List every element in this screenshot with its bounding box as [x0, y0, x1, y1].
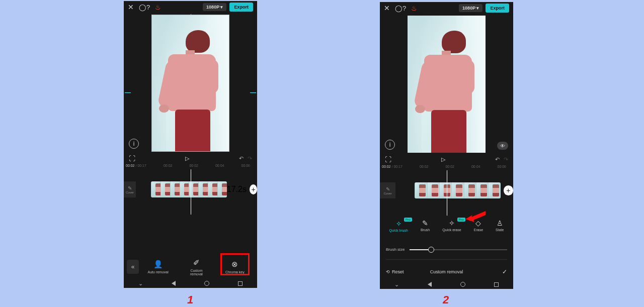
- divider: [386, 259, 507, 260]
- play-icon[interactable]: ▷: [441, 156, 445, 163]
- clip-duration: 17.2s: [227, 185, 247, 194]
- chroma-icon: ⊗: [216, 260, 254, 269]
- nav-back-icon[interactable]: [172, 281, 176, 286]
- nav-recent-icon[interactable]: [494, 282, 499, 287]
- undo-icon[interactable]: ↶: [239, 155, 244, 162]
- android-navbar: ⌄: [124, 279, 257, 288]
- reset-icon: ⟲: [386, 269, 390, 274]
- redo-icon[interactable]: ↷: [248, 155, 252, 162]
- slider-knob[interactable]: [428, 247, 434, 253]
- confirm-icon[interactable]: ✓: [502, 268, 507, 275]
- help-icon[interactable]: ◯?: [139, 4, 150, 11]
- guide-right: [250, 92, 256, 93]
- brush-size-row: Brush size: [380, 247, 513, 252]
- flame-icon[interactable]: ♨: [155, 4, 161, 11]
- person-icon: 👤: [139, 260, 177, 269]
- quick-erase-tool[interactable]: Pro ✧ Quick erase: [442, 219, 461, 237]
- state-tool[interactable]: ♙ State: [496, 219, 504, 237]
- confirm-row: ⟲ Reset Custom removal ✓: [380, 265, 513, 278]
- erase-tool[interactable]: ◇ Erase: [474, 219, 483, 237]
- chroma-key-tool[interactable]: ⊗ Chroma key: [216, 260, 254, 274]
- brush-select-icon: ✐: [177, 258, 215, 267]
- state-icon: ♙: [496, 219, 504, 227]
- time-ruler: 00:02 / 00:17 00:02 00:02 00:04 00:06: [124, 164, 257, 169]
- close-icon[interactable]: ✕: [384, 4, 390, 12]
- brush-icon: ✎: [421, 219, 430, 227]
- export-button[interactable]: Export: [486, 4, 509, 13]
- guide-left: [125, 92, 131, 93]
- nav-chevron-down-icon[interactable]: ⌄: [394, 281, 399, 288]
- time-ruler: 00:02 / 00:17 00:02 00:02 00:04 00:06: [380, 165, 513, 170]
- help-icon[interactable]: ◯?: [395, 5, 406, 12]
- preview-area: i 👁: [380, 14, 513, 154]
- preview-area: i: [124, 13, 257, 153]
- custom-removal-tool[interactable]: ✐ Custom removal: [177, 258, 215, 276]
- ruler-current: 00:02 / 00:17: [126, 164, 146, 169]
- playhead[interactable]: [191, 169, 191, 215]
- export-button[interactable]: Export: [229, 3, 253, 12]
- reset-button[interactable]: ⟲ Reset: [386, 269, 404, 274]
- add-clip-button[interactable]: +: [504, 185, 513, 195]
- brush-size-slider[interactable]: [410, 249, 507, 250]
- nav-home-icon[interactable]: [204, 281, 209, 286]
- undo-icon[interactable]: ↶: [495, 156, 500, 163]
- nav-chevron-down-icon[interactable]: ⌄: [138, 280, 143, 287]
- back-button[interactable]: «: [127, 260, 139, 274]
- top-bar: ✕ ◯? ♨ 1080P ▾ Export: [124, 1, 257, 13]
- erase-icon: ◇: [474, 219, 483, 227]
- step-number-2: 2: [443, 293, 449, 306]
- nav-home-icon[interactable]: [460, 282, 465, 287]
- brush-tool[interactable]: ✎ Brush: [421, 219, 430, 237]
- nav-recent-icon[interactable]: [238, 281, 243, 286]
- play-icon[interactable]: ▷: [185, 155, 189, 162]
- top-bar: ✕ ◯? ♨ 1080P ▾ Export: [380, 2, 513, 14]
- play-bar: ⛶ ▷ ↶ ↷: [124, 153, 257, 164]
- flame-icon[interactable]: ♨: [411, 5, 417, 12]
- pro-badge: Pro: [404, 218, 412, 222]
- removal-tools-row: Pro ⟡ Quick brush ✎ Brush Pro ✧ Quick er…: [380, 219, 513, 237]
- cover-thumbnail[interactable]: ✎Cover: [124, 181, 136, 197]
- fullscreen-icon[interactable]: ⛶: [385, 156, 391, 163]
- playhead[interactable]: [447, 170, 447, 216]
- video-preview[interactable]: [408, 16, 486, 153]
- fullscreen-icon[interactable]: ⛶: [129, 155, 135, 162]
- video-clip[interactable]: [151, 181, 227, 197]
- screenshot-2: ✕ ◯? ♨ 1080P ▾ Export i 👁 ⛶ ▷ ↶ ↷ 00:02 …: [380, 2, 513, 289]
- resolution-button[interactable]: 1080P ▾: [203, 3, 226, 11]
- tools-row: « 👤 Auto removal ✐ Custom removal ⊗ Chro…: [124, 255, 257, 279]
- step-number-1: 1: [187, 293, 193, 306]
- video-preview[interactable]: [151, 15, 229, 152]
- auto-removal-tool[interactable]: 👤 Auto removal: [139, 260, 177, 274]
- timeline[interactable]: ✎Cover +: [380, 170, 513, 206]
- video-clip[interactable]: [415, 182, 500, 198]
- close-icon[interactable]: ✕: [128, 3, 134, 11]
- redo-icon[interactable]: ↷: [504, 156, 508, 163]
- panel-title: Custom removal: [430, 269, 463, 274]
- screenshot-1: ✕ ◯? ♨ 1080P ▾ Export i ⛶ ▷ ↶ ↷: [124, 1, 257, 288]
- pro-badge: Pro: [457, 218, 465, 222]
- visibility-toggle-icon[interactable]: 👁: [497, 142, 508, 150]
- info-icon[interactable]: i: [385, 140, 395, 150]
- nav-back-icon[interactable]: [428, 282, 432, 287]
- brush-size-label: Brush size: [386, 247, 405, 252]
- play-bar: ⛶ ▷ ↶ ↷: [380, 154, 513, 165]
- add-clip-button[interactable]: +: [250, 184, 257, 194]
- quick-brush-tool[interactable]: Pro ⟡ Quick brush: [389, 219, 408, 237]
- timeline[interactable]: ✎Cover 17.2s +: [124, 169, 257, 204]
- cover-thumbnail[interactable]: ✎Cover: [380, 182, 395, 198]
- android-navbar: ⌄: [380, 280, 513, 289]
- resolution-button[interactable]: 1080P ▾: [459, 4, 482, 12]
- info-icon[interactable]: i: [129, 139, 139, 149]
